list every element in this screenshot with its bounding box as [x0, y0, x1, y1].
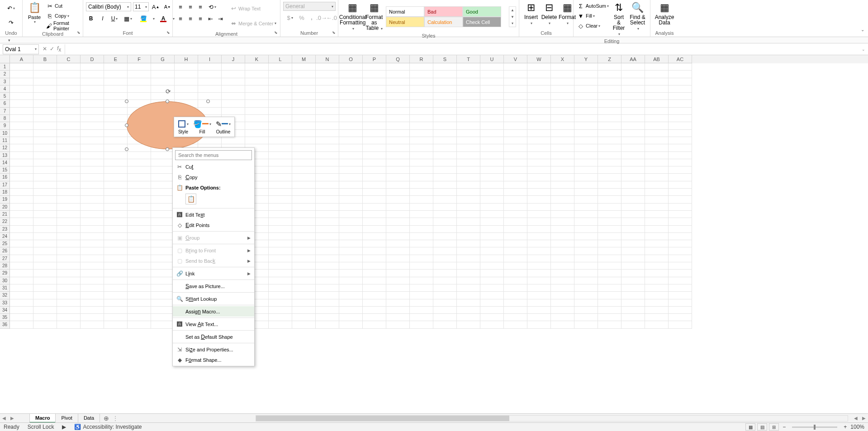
- cell[interactable]: [527, 307, 551, 314]
- cell[interactable]: [269, 166, 292, 174]
- cell[interactable]: [339, 181, 363, 189]
- expand-formula-bar[interactable]: ⌄: [859, 47, 868, 52]
- row-header-6[interactable]: 6: [0, 100, 10, 107]
- cell[interactable]: [386, 226, 410, 233]
- cell[interactable]: [128, 196, 151, 203]
- cell[interactable]: [245, 137, 269, 144]
- cell[interactable]: [386, 63, 410, 71]
- cell[interactable]: [574, 130, 598, 137]
- row-header-32[interactable]: 32: [0, 292, 10, 299]
- cell[interactable]: [551, 270, 574, 277]
- cell[interactable]: [33, 174, 57, 181]
- col-header-R[interactable]: R: [410, 55, 433, 63]
- cell[interactable]: [669, 115, 692, 122]
- cell[interactable]: [10, 270, 33, 277]
- cell[interactable]: [386, 204, 410, 211]
- cell[interactable]: [33, 166, 57, 174]
- view-page-break-button[interactable]: ⊞: [769, 423, 779, 431]
- cell[interactable]: [669, 233, 692, 240]
- cell[interactable]: [10, 189, 33, 196]
- cell[interactable]: [57, 284, 81, 292]
- cell[interactable]: [410, 292, 433, 299]
- cell[interactable]: [386, 152, 410, 159]
- cell[interactable]: [386, 100, 410, 107]
- cell[interactable]: [410, 321, 433, 328]
- cell[interactable]: [151, 277, 175, 284]
- cell[interactable]: [457, 115, 480, 122]
- cell[interactable]: [292, 307, 316, 314]
- cell[interactable]: [363, 284, 386, 292]
- cell[interactable]: [598, 78, 621, 85]
- cell[interactable]: [104, 166, 128, 174]
- cell[interactable]: [339, 137, 363, 144]
- cell[interactable]: [598, 233, 621, 240]
- cell[interactable]: [104, 204, 128, 211]
- cell[interactable]: [10, 218, 33, 225]
- col-header-B[interactable]: B: [33, 55, 57, 63]
- cell[interactable]: [339, 196, 363, 203]
- cell[interactable]: [292, 211, 316, 218]
- cell[interactable]: [598, 71, 621, 78]
- cell[interactable]: [574, 85, 598, 93]
- cell[interactable]: [527, 93, 551, 100]
- cell[interactable]: [128, 204, 151, 211]
- row-header-17[interactable]: 17: [0, 181, 10, 189]
- cell[interactable]: [151, 211, 175, 218]
- cell[interactable]: [457, 122, 480, 129]
- cell[interactable]: [292, 189, 316, 196]
- cell[interactable]: [269, 277, 292, 284]
- cell[interactable]: [410, 108, 433, 115]
- cell[interactable]: [245, 78, 269, 85]
- cell[interactable]: [621, 218, 645, 225]
- cell[interactable]: [457, 277, 480, 284]
- cell[interactable]: [669, 93, 692, 100]
- status-accessibility[interactable]: ♿Accessibility: Investigate: [74, 424, 142, 430]
- cell[interactable]: [621, 307, 645, 314]
- cell[interactable]: [81, 226, 104, 233]
- cell[interactable]: [551, 115, 574, 122]
- cell[interactable]: [621, 255, 645, 262]
- col-header-G[interactable]: G: [151, 55, 175, 63]
- cell[interactable]: [81, 218, 104, 225]
- enter-formula-button[interactable]: ✓: [50, 46, 54, 52]
- cell[interactable]: [433, 233, 457, 240]
- cell[interactable]: [222, 93, 245, 100]
- cell[interactable]: [57, 277, 81, 284]
- cell[interactable]: [57, 262, 81, 270]
- cell[interactable]: [574, 270, 598, 277]
- zoom-level[interactable]: 100%: [850, 424, 864, 430]
- cell[interactable]: [316, 299, 339, 307]
- cell[interactable]: [551, 85, 574, 93]
- cell[interactable]: [198, 85, 222, 93]
- cell[interactable]: [669, 240, 692, 247]
- cell[interactable]: [10, 314, 33, 321]
- cell[interactable]: [433, 152, 457, 159]
- cell[interactable]: [33, 314, 57, 321]
- cm-size-properties[interactable]: ⇲Size and Properties...: [173, 344, 254, 355]
- cancel-formula-button[interactable]: ✕: [43, 46, 47, 52]
- cell[interactable]: [245, 85, 269, 93]
- cell[interactable]: [527, 115, 551, 122]
- cell[interactable]: [245, 108, 269, 115]
- name-box[interactable]: Oval 1▾: [3, 44, 39, 54]
- cell[interactable]: [527, 292, 551, 299]
- cell[interactable]: [504, 152, 527, 159]
- cell[interactable]: [292, 93, 316, 100]
- cell[interactable]: [151, 78, 175, 85]
- cell[interactable]: [57, 78, 81, 85]
- cell[interactable]: [339, 292, 363, 299]
- cell[interactable]: [457, 270, 480, 277]
- cell[interactable]: [269, 130, 292, 137]
- cell[interactable]: [410, 122, 433, 129]
- cell[interactable]: [151, 262, 175, 270]
- cell[interactable]: [10, 292, 33, 299]
- cell[interactable]: [504, 240, 527, 247]
- cell[interactable]: [33, 292, 57, 299]
- cell[interactable]: [128, 211, 151, 218]
- cell[interactable]: [598, 63, 621, 71]
- cell[interactable]: [621, 166, 645, 174]
- cell[interactable]: [151, 299, 175, 307]
- cell[interactable]: [128, 255, 151, 262]
- cell[interactable]: [551, 189, 574, 196]
- wrap-text-button[interactable]: ↩Wrap Text: [229, 4, 277, 14]
